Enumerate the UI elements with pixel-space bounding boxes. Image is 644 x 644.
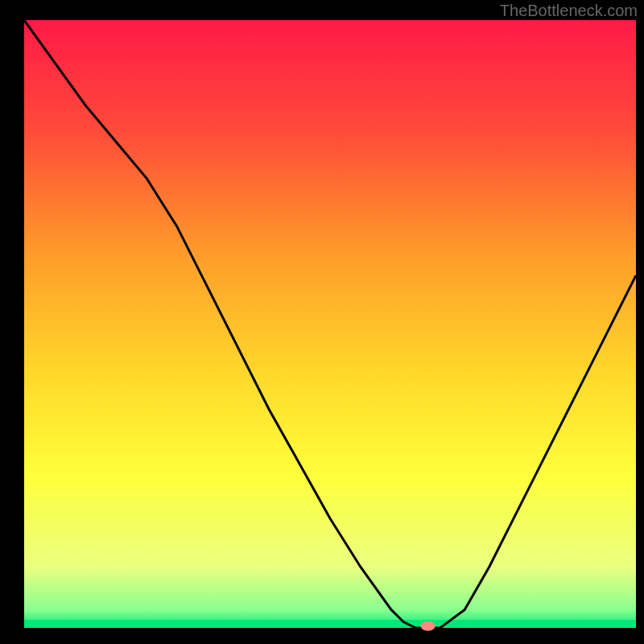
chart-baseline: [24, 620, 636, 628]
watermark-text: TheBottleneck.com: [500, 2, 638, 20]
bottleneck-chart: [0, 0, 644, 644]
chart-gradient-bg: [24, 20, 636, 628]
chart-marker: [421, 621, 436, 631]
